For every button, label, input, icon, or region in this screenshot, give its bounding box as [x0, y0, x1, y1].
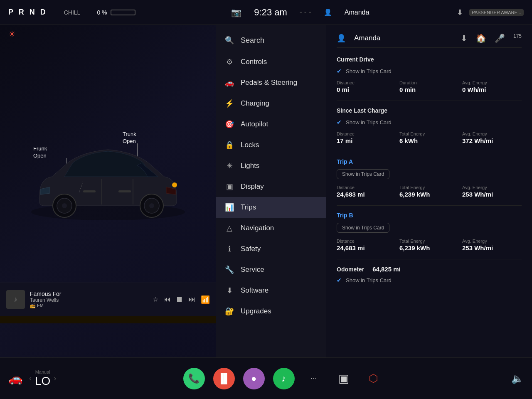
- menu-label-navigation: Navigation: [241, 224, 274, 232]
- prev-track-icon[interactable]: ⏮: [163, 295, 171, 304]
- trip-b-show-trips: Show in Trips Card: [337, 223, 522, 233]
- user-name-right: Amanda: [354, 34, 452, 42]
- charging-icon: ⚡: [224, 99, 234, 108]
- music-source: 📻 FM: [30, 303, 148, 308]
- current-energy: Avg. Energy 0 Wh/mi: [462, 80, 522, 93]
- menu-item-safety[interactable]: ℹ Safety: [216, 239, 326, 259]
- fm-icon: 📻: [30, 303, 36, 308]
- equalizer-button[interactable]: ▐▌: [213, 368, 235, 389]
- volume-icon[interactable]: 🔈: [511, 373, 524, 384]
- show-trips-btn-a[interactable]: Show in Trips Card: [337, 169, 389, 179]
- passenger-badge: PASSENGER AWARE...: [469, 9, 524, 16]
- car-container: [12, 108, 204, 241]
- menu-item-software[interactable]: ⬇ Software: [216, 280, 326, 301]
- show-trips-label-odometer: Show in Trips Card: [346, 277, 392, 283]
- since-charge-stats: Distance 17 mi Total Energy 6 kWh Avg. E…: [337, 131, 522, 144]
- safety-icon: ℹ: [224, 244, 234, 254]
- menu-label-search: Search: [241, 36, 264, 45]
- tripa-energy-avg: Avg. Energy 253 Wh/mi: [462, 185, 522, 198]
- music-controls[interactable]: ☆ ⏮ ⏹ ⏭ 📶: [153, 295, 210, 304]
- trip-b-stats: Distance 24,683 mi Total Energy 6,239 kW…: [337, 239, 522, 251]
- odometer-label: Odometer: [337, 266, 364, 273]
- more-apps-button[interactable]: ···: [303, 368, 325, 389]
- menu-item-controls[interactable]: ⚙ Controls: [216, 52, 326, 72]
- status-divider: - - -: [300, 8, 311, 17]
- current-duration: Duration 0 min: [399, 80, 459, 93]
- show-trips-btn-b[interactable]: Show in Trips Card: [337, 223, 389, 233]
- menu-item-display[interactable]: ▣ Display: [216, 176, 326, 197]
- current-drive-stats: Distance 0 mi Duration 0 min Avg. Energy…: [337, 80, 522, 93]
- cast-icon[interactable]: 📶: [201, 295, 210, 304]
- controls-icon: ⚙: [224, 57, 234, 66]
- phone-button[interactable]: 📞: [183, 368, 205, 389]
- fan-mode-label: Manual: [35, 369, 50, 374]
- menu-item-autopilot[interactable]: 🎯 Autopilot: [216, 114, 326, 135]
- menu-label-controls: Controls: [241, 58, 267, 66]
- battery-area: 0 %: [97, 9, 135, 16]
- app1-icon: ▣: [338, 372, 349, 385]
- menu-item-navigation[interactable]: △ Navigation: [216, 218, 326, 239]
- trips-icon: 📊: [224, 203, 234, 212]
- divider-4: [337, 259, 522, 259]
- car-status-icons: ☀: [8, 29, 16, 39]
- status-right: ⬇ PASSENGER AWARE...: [457, 8, 524, 17]
- svg-rect-9: [83, 190, 96, 192]
- mic-icon-right[interactable]: 🎤: [495, 33, 505, 43]
- software-icon: ⬇: [224, 286, 234, 295]
- svg-point-5: [62, 203, 67, 208]
- lock-icon: 🔒: [224, 140, 234, 150]
- menu-item-locks[interactable]: 🔒 Locks: [216, 135, 326, 155]
- menu-item-lights[interactable]: ✳ Lights: [216, 155, 326, 176]
- left-panel: ☀ Frunk Open Trunk Open: [0, 25, 216, 357]
- camera-icon-btn: ●: [251, 373, 256, 384]
- navigation-icon: △: [224, 224, 234, 233]
- app1-button[interactable]: ▣: [333, 368, 355, 389]
- favorite-icon[interactable]: ☆: [153, 296, 158, 303]
- divider-1: [337, 101, 522, 101]
- stop-icon[interactable]: ⏹: [176, 295, 183, 304]
- odometer-row: Odometer 64,825 mi: [337, 266, 522, 273]
- prnd-display: P R N D: [8, 8, 47, 17]
- app2-button[interactable]: ⬡: [363, 368, 384, 389]
- menu-item-pedals[interactable]: 🚗 Pedals & Steering: [216, 72, 326, 93]
- music-info: Famous For Tauren Wells 📻 FM: [30, 291, 148, 308]
- taskbar-icons: 📞 ▐▌ ● ♪ ··· ▣ ⬡: [62, 368, 505, 389]
- menu-label-locks: Locks: [241, 141, 259, 149]
- search-icon: 🔍: [224, 36, 234, 45]
- download-icon-right[interactable]: ⬇: [461, 33, 468, 43]
- home-icon-right[interactable]: 🏠: [476, 33, 486, 43]
- fan-control: ‹ Manual LO ›: [29, 369, 56, 388]
- camera-button[interactable]: ●: [243, 368, 265, 389]
- tripa-distance: Distance 24,683 mi: [337, 185, 396, 198]
- menu-label-safety: Safety: [241, 245, 261, 253]
- drive-mode: CHILL: [64, 9, 81, 16]
- trip-a-stats: Distance 24,683 mi Total Energy 6,239 kW…: [337, 185, 522, 198]
- svg-point-11: [172, 182, 177, 187]
- menu-item-trips[interactable]: 📊 Trips: [216, 197, 326, 218]
- lights-icon: ✳: [224, 161, 234, 170]
- trip-b-title: Trip B: [337, 212, 522, 219]
- menu-item-search[interactable]: 🔍 Search: [216, 29, 326, 52]
- status-bar: P R N D CHILL 0 % 📷 9:23 am - - - 👤 Aman…: [0, 0, 532, 25]
- charge-energy-avg: Avg. Energy 372 Wh/mi: [462, 131, 522, 144]
- fan-next-arrow[interactable]: ›: [54, 374, 56, 383]
- current-distance: Distance 0 mi: [337, 80, 396, 93]
- menu-item-charging[interactable]: ⚡ Charging: [216, 93, 326, 114]
- menu-label-upgrades: Upgrades: [241, 307, 271, 315]
- status-center: 📷 9:23 am - - - 👤 Amanda: [144, 7, 457, 18]
- fan-prev-arrow[interactable]: ‹: [29, 374, 32, 383]
- next-track-icon[interactable]: ⏭: [188, 295, 196, 304]
- warning-icon: ☀: [8, 29, 16, 39]
- autopilot-icon: 🎯: [224, 120, 234, 129]
- user-name-header: Amanda: [345, 9, 369, 16]
- divider-3: [337, 205, 522, 206]
- spotify-button[interactable]: ♪: [273, 368, 295, 389]
- car-icon-btn[interactable]: 🚗: [8, 372, 23, 385]
- menu-item-service[interactable]: 🔧 Service: [216, 259, 326, 280]
- trip-a-show-trips: Show in Trips Card: [337, 169, 522, 179]
- music-player: ♪ Famous For Tauren Wells 📻 FM ☆ ⏮ ⏹ ⏭ 📶: [0, 283, 216, 316]
- menu-item-upgrades[interactable]: 🔐 Upgrades: [216, 301, 326, 322]
- menu-label-lights: Lights: [241, 162, 259, 170]
- music-note-icon: ♪: [14, 295, 17, 304]
- upgrades-icon: 🔐: [224, 307, 234, 316]
